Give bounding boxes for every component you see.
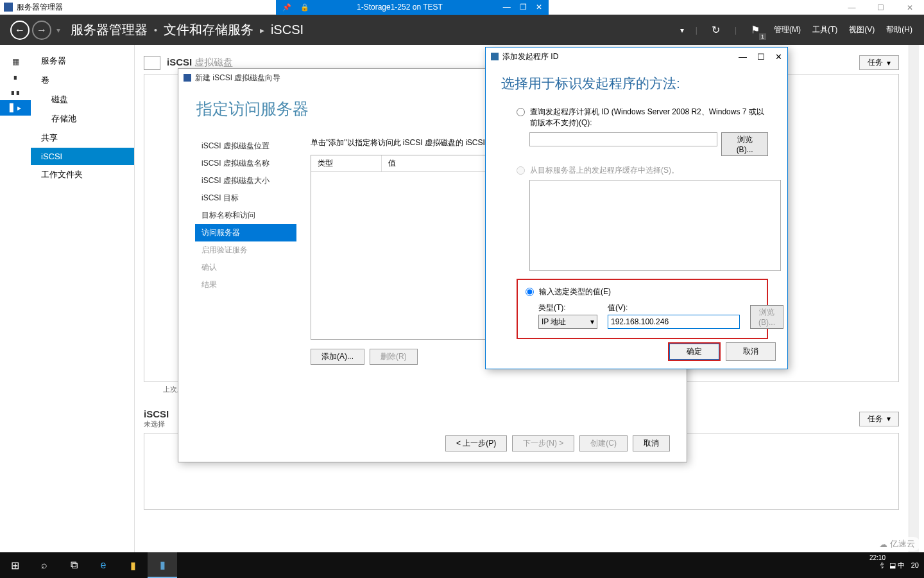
tree-disks[interactable]: 磁盘 bbox=[31, 90, 134, 109]
server-manager-icon bbox=[4, 3, 13, 12]
modal-close[interactable]: ✕ bbox=[775, 52, 782, 62]
tree-work[interactable]: 工作文件夹 bbox=[31, 165, 134, 184]
chevron-right-icon: • bbox=[154, 25, 157, 35]
vm-title: 1-Storage1-252 on TEST bbox=[318, 3, 481, 12]
ie-icon[interactable]: e bbox=[89, 552, 118, 578]
section2-title: iSCSI bbox=[144, 408, 169, 419]
vm-titlebar: 服务器管理器 📌 🔒 1-Storage1-252 on TEST — ❐ ✕ … bbox=[0, 0, 924, 15]
breadcrumb: 服务器管理器 • 文件和存储服务 ▸ iSCSI bbox=[71, 21, 304, 39]
tree-iscsi[interactable]: iSCSI bbox=[31, 148, 134, 165]
cache-listbox bbox=[529, 180, 781, 271]
prev-button[interactable]: < 上一步(P) bbox=[445, 435, 507, 451]
bc-root[interactable]: 服务器管理器 bbox=[71, 21, 148, 39]
step-result: 结果 bbox=[195, 276, 296, 293]
refresh-separator: | bbox=[696, 26, 697, 35]
header-dropdown-icon[interactable]: ▾ bbox=[680, 26, 684, 35]
tree-pools[interactable]: 存储池 bbox=[31, 109, 134, 128]
step-name[interactable]: iSCSI 虚拟磁盘名称 bbox=[195, 155, 296, 172]
clock[interactable]: 22:10 bbox=[869, 554, 886, 561]
section1-title: iSCSI 虚拟磁盘 bbox=[167, 57, 233, 69]
menu-tools[interactable]: 工具(T) bbox=[812, 24, 837, 35]
nav-icon-all[interactable]: ∎∎ bbox=[0, 85, 31, 100]
value-label: 值(V): bbox=[608, 302, 740, 313]
app-title: 服务器管理器 bbox=[17, 2, 63, 13]
nav-icon-dashboard[interactable]: ▦ bbox=[0, 54, 31, 69]
modal-cancel-button[interactable]: 取消 bbox=[726, 342, 776, 361]
taskview-button[interactable]: ⧉ bbox=[59, 552, 89, 578]
chevron-down-icon: ▾ bbox=[887, 58, 891, 67]
server-manager-task-icon[interactable]: ▮ bbox=[148, 552, 177, 578]
step-access[interactable]: 访问服务器 bbox=[195, 224, 296, 241]
vm-maximize-icon[interactable]: ❐ bbox=[520, 3, 527, 12]
bc-iscsi[interactable]: iSCSI bbox=[271, 22, 304, 37]
nav-forward-button[interactable]: → bbox=[32, 21, 51, 40]
radio-enter-value[interactable] bbox=[526, 288, 534, 296]
add-initiator-dialog: 添加发起程序 ID — ☐ ✕ 选择用于标识发起程序的方法: 查询发起程序计算机… bbox=[485, 47, 788, 369]
outer-maximize[interactable]: ☐ bbox=[866, 0, 895, 15]
step-target[interactable]: iSCSI 目标 bbox=[195, 189, 296, 207]
flag-badge: 1 bbox=[759, 33, 766, 40]
modal-minimize[interactable]: — bbox=[739, 52, 747, 62]
query-input[interactable] bbox=[529, 132, 717, 146]
wizard-title: 新建 iSCSI 虚拟磁盘向导 bbox=[195, 73, 280, 83]
browse-button-1[interactable]: 浏览(B)... bbox=[721, 132, 768, 156]
menu-view[interactable]: 视图(V) bbox=[849, 24, 875, 35]
tree-servers[interactable]: 服务器 bbox=[31, 51, 134, 71]
ok-button-highlight: 确定 bbox=[668, 342, 721, 361]
taskbar: ⊞ ⌕ ⧉ e ▮ ▮ 饣 ⬓ 中 20 22:10 bbox=[0, 552, 924, 578]
type-label: 类型(T): bbox=[538, 302, 597, 313]
opt3-highlight-box: 输入选定类型的值(E) 类型(T): IP 地址▾ 值(V): 浏览(B)... bbox=[517, 279, 768, 339]
vm-connection-bar: 📌 🔒 1-Storage1-252 on TEST — ❐ ✕ bbox=[276, 0, 549, 15]
tray-icons[interactable]: 饣 ⬓ 中 bbox=[880, 561, 905, 570]
menu-help[interactable]: 帮助(H) bbox=[886, 24, 912, 35]
tasks-dropdown-2[interactable]: 任务▾ bbox=[859, 412, 899, 426]
step-size[interactable]: iSCSI 虚拟磁盘大小 bbox=[195, 172, 296, 189]
radio-query[interactable] bbox=[517, 108, 525, 116]
radio-cache bbox=[517, 166, 525, 175]
create-button: 创建(C) bbox=[579, 435, 628, 451]
nav-back-button[interactable]: ← bbox=[10, 21, 30, 40]
modal-header: 选择用于标识发起程序的方法: bbox=[486, 66, 787, 99]
nav-icon-files[interactable]: ▋ ▸ bbox=[0, 100, 31, 116]
remove-button: 删除(R) bbox=[370, 349, 418, 365]
notifications-flag-icon[interactable]: ⚑1 bbox=[748, 23, 762, 37]
tree-volumes[interactable]: 卷 bbox=[31, 71, 134, 90]
cancel-button[interactable]: 取消 bbox=[633, 435, 670, 451]
disk-icon bbox=[144, 56, 160, 70]
modal-maximize[interactable]: ☐ bbox=[757, 52, 765, 62]
pin-icon[interactable]: 📌 bbox=[282, 3, 291, 12]
vm-minimize-icon[interactable]: — bbox=[503, 3, 511, 12]
menu-manage[interactable]: 管理(M) bbox=[774, 24, 801, 35]
modal-icon bbox=[491, 53, 499, 60]
add-button[interactable]: 添加(A)... bbox=[311, 349, 364, 365]
step-location[interactable]: iSCSI 虚拟磁盘位置 bbox=[195, 137, 296, 155]
nav-icon-local[interactable]: ∎ bbox=[0, 69, 31, 85]
ok-button[interactable]: 确定 bbox=[669, 344, 719, 360]
step-target-name[interactable]: 目标名称和访问 bbox=[195, 207, 296, 224]
outer-close[interactable]: ✕ bbox=[895, 0, 924, 15]
left-nav-pane: ▦ ∎ ∎∎ ▋ ▸ 服务器 卷 磁盘 存储池 共享 iSCSI 工作文件夹 bbox=[0, 45, 135, 552]
refresh-icon[interactable]: ↻ bbox=[709, 23, 723, 37]
th-type[interactable]: 类型 bbox=[311, 155, 382, 171]
browse-button-2: 浏览(B)... bbox=[750, 305, 783, 329]
type-select[interactable]: IP 地址▾ bbox=[538, 315, 597, 329]
tree-shares[interactable]: 共享 bbox=[31, 128, 134, 148]
vm-close-icon[interactable]: ✕ bbox=[536, 3, 542, 12]
chevron-down-icon: ▾ bbox=[887, 414, 891, 423]
nav-dropdown-icon[interactable]: ▾ bbox=[54, 26, 60, 35]
value-input[interactable] bbox=[608, 315, 740, 329]
chevron-right-icon: ▸ bbox=[260, 25, 264, 35]
outer-minimize[interactable]: — bbox=[837, 0, 866, 15]
search-button[interactable]: ⌕ bbox=[30, 552, 59, 578]
watermark: ☁ 亿速云 bbox=[874, 537, 920, 551]
tasks-dropdown-1[interactable]: 任务▾ bbox=[859, 55, 899, 70]
modal-titlebar[interactable]: 添加发起程序 ID — ☐ ✕ bbox=[486, 48, 787, 66]
step-auth: 启用验证服务 bbox=[195, 241, 296, 259]
lock-icon[interactable]: 🔒 bbox=[300, 3, 309, 12]
start-button[interactable]: ⊞ bbox=[0, 552, 30, 578]
explorer-icon[interactable]: ▮ bbox=[118, 552, 148, 578]
section2-sub: 未选择 bbox=[144, 419, 169, 429]
opt2-label: 从目标服务器上的发起程序缓存中选择(S)。 bbox=[530, 165, 768, 176]
main-scrollbar[interactable] bbox=[909, 45, 919, 552]
bc-files[interactable]: 文件和存储服务 bbox=[164, 21, 253, 39]
